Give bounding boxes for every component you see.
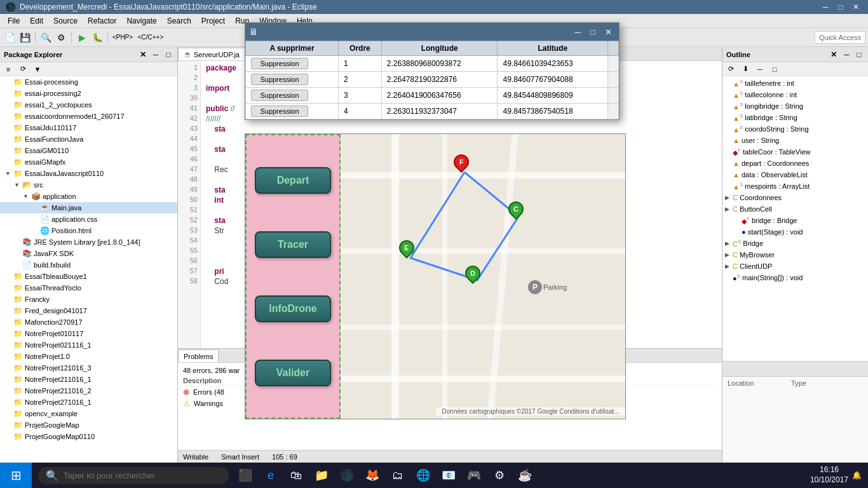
close-button[interactable]: ✕ <box>849 1 863 13</box>
tree-item-9[interactable]: ▼📂src <box>0 179 177 191</box>
menu-navigate[interactable]: Navigate <box>121 14 161 28</box>
suppression-btn-1[interactable]: Suppression <box>251 74 308 85</box>
menu-project[interactable]: Project <box>196 14 230 28</box>
pkg-toolbar-btn2[interactable]: ⟳ <box>16 62 30 76</box>
outline-item-10[interactable]: ▶CCoordonnees <box>722 192 868 203</box>
toolbar-cpp-btn[interactable]: <C/C++> <box>135 30 166 44</box>
outline-item-7[interactable]: ▲depart : Coordonnees <box>722 158 868 169</box>
outline-toolbar-btn2[interactable]: ⬇ <box>738 62 752 76</box>
dialog-maximize-btn[interactable]: □ <box>586 26 600 37</box>
outline-item-1[interactable]: ▲Staillecolonne : int <box>722 89 868 100</box>
depart-button[interactable]: Depart <box>255 167 331 194</box>
tree-item-2[interactable]: 📁essai1_2_yoctopuces <box>0 99 177 111</box>
outline-item-13[interactable]: ●start(Stage) : void <box>722 226 868 238</box>
toolbar-btn-3[interactable]: ⚙ <box>54 30 68 44</box>
tree-item-20[interactable]: 📁Fred_design041017 <box>0 305 177 316</box>
dialog-close-btn[interactable]: ✕ <box>601 26 615 37</box>
tree-item-11[interactable]: ☕Main.java <box>0 202 177 214</box>
tree-item-26[interactable]: 📁NotreProjet211016_1 <box>0 374 177 385</box>
dialog-minimize-btn[interactable]: ─ <box>571 26 585 37</box>
tree-item-13[interactable]: 🌐Position.html <box>0 225 177 236</box>
editor-tab-serverudp[interactable]: ☕ ServeurUDP.ja ✕ <box>178 48 255 60</box>
outline-item-14[interactable]: ▶CSBridge <box>722 238 868 249</box>
tree-item-0[interactable]: 📁Essai-processing <box>0 76 177 88</box>
tree-item-8[interactable]: ▼📁EssaiJavaJavascript0110 <box>0 168 177 179</box>
tree-item-5[interactable]: 📁EssaiFunctionJava <box>0 133 177 145</box>
tree-item-10[interactable]: ▼📦application <box>0 191 177 202</box>
tree-item-6[interactable]: 📁EssaiGM0110 <box>0 145 177 156</box>
app-icon-5[interactable]: ⚙ <box>489 465 510 485</box>
outline-close-icon[interactable]: ✕ <box>829 50 839 60</box>
tree-item-21[interactable]: 📁Mafonction270917 <box>0 316 177 328</box>
minimize-button[interactable]: ─ <box>818 1 832 13</box>
package-explorer-maximize-icon[interactable]: □ <box>163 50 173 60</box>
tree-item-27[interactable]: 📁NotreProjet211016_2 <box>0 385 177 396</box>
outline-item-11[interactable]: ▶CButtonCell <box>722 203 868 215</box>
package-explorer-close-icon[interactable]: ✕ <box>138 50 148 60</box>
toolbar-search-btn[interactable]: 🔍 <box>39 30 53 44</box>
app-icon-4[interactable]: 🎮 <box>464 465 484 485</box>
tree-item-22[interactable]: 📁NotreProjet010117 <box>0 328 177 339</box>
outline-item-9[interactable]: ▲Smespoints : ArrayList <box>722 180 868 192</box>
eclipse-taskbar-icon[interactable]: 🌑 <box>337 465 357 485</box>
app-icon-1[interactable]: 🗂 <box>388 465 408 485</box>
outline-item-3[interactable]: ▲Slatibridge : String <box>722 112 868 123</box>
outline-toolbar-btn4[interactable]: □ <box>768 62 782 76</box>
outline-item-12[interactable]: ◆Fbridge : Bridge <box>722 215 868 226</box>
toolbar-run-btn[interactable]: ▶ <box>75 30 89 44</box>
package-explorer-minimize-icon[interactable]: ─ <box>151 50 161 60</box>
task-view-icon[interactable]: ⬛ <box>235 465 255 485</box>
menu-file[interactable]: File <box>3 14 25 28</box>
firefox-icon[interactable]: 🦊 <box>362 465 383 485</box>
outline-item-8[interactable]: ▲data : ObservableList <box>722 169 868 180</box>
outline-item-5[interactable]: ▲user : String <box>722 135 868 146</box>
tree-item-4[interactable]: 📁EssaiJdu110117 <box>0 122 177 133</box>
tree-item-1[interactable]: 📁essai-processing2 <box>0 88 177 99</box>
outline-item-6[interactable]: ◆FtableCoor : TableView <box>722 146 868 158</box>
tree-item-7[interactable]: 📁essaiGMapfx <box>0 156 177 168</box>
tree-item-15[interactable]: 📚JavaFX SDK <box>0 248 177 259</box>
tree-item-16[interactable]: 📄build.fxbuild <box>0 259 177 271</box>
problems-tab[interactable]: Problems <box>178 349 219 362</box>
java-taskbar-icon[interactable]: ☕ <box>515 465 535 485</box>
toolbar-btn-2[interactable]: 💾 <box>18 30 32 44</box>
outline-item-15[interactable]: ▶CMyBrowser <box>722 249 868 261</box>
outline-item-0[interactable]: ▲Staillefenetre : int <box>722 78 868 89</box>
outline-item-4[interactable]: ▲ScoordoString : String <box>722 123 868 135</box>
pkg-toolbar-btn3[interactable]: ▼ <box>31 62 44 76</box>
menu-search[interactable]: Search <box>162 14 196 28</box>
tree-item-29[interactable]: 📁opencv_example <box>0 408 177 419</box>
notification-icon[interactable]: 🔔 <box>852 471 862 480</box>
menu-edit[interactable]: Edit <box>25 14 48 28</box>
outline-minimize-icon[interactable]: ─ <box>841 50 851 60</box>
tree-item-30[interactable]: 📁ProjetGoogleMap <box>0 419 177 431</box>
outline-item-2[interactable]: ▲Slongibridge : String <box>722 100 868 112</box>
taskbar-search[interactable]: 🔍 <box>38 467 229 484</box>
infodrone-button[interactable]: InfoDrone <box>255 295 331 322</box>
taskbar-search-input[interactable] <box>64 471 191 480</box>
outline-toolbar-btn3[interactable]: ─ <box>753 62 767 76</box>
outline-item-16[interactable]: ▶CClientUDP <box>722 261 868 272</box>
toolbar-debug-btn[interactable]: 🐛 <box>90 30 104 44</box>
app-icon-2[interactable]: 🌐 <box>413 465 433 485</box>
tree-item-12[interactable]: 📄application.css <box>0 214 177 225</box>
tree-item-14[interactable]: 📚JRE System Library [jre1.8.0_144] <box>0 236 177 248</box>
tree-item-17[interactable]: 📁EssaiTbleauBouye1 <box>0 271 177 282</box>
tree-item-24[interactable]: 📁NotreProjet1.0 <box>0 351 177 362</box>
app-icon-3[interactable]: 📧 <box>438 465 459 485</box>
tree-item-23[interactable]: 📁NotreProjet021116_1 <box>0 339 177 351</box>
tree-item-31[interactable]: 📁ProjetGoogleMap0110 <box>0 431 177 442</box>
tree-item-25[interactable]: 📁NotreProjet121016_3 <box>0 362 177 374</box>
outline-toolbar-btn1[interactable]: ⟳ <box>724 62 738 76</box>
edge-icon[interactable]: e <box>261 465 281 485</box>
suppression-btn-2[interactable]: Suppression <box>251 90 308 101</box>
maximize-button[interactable]: □ <box>834 1 848 13</box>
tree-item-28[interactable]: 📁NotreProjet271016_1 <box>0 396 177 408</box>
tree-item-19[interactable]: 📁Francky <box>0 294 177 305</box>
menu-source[interactable]: Source <box>48 14 83 28</box>
tracer-button[interactable]: Tracer <box>255 231 331 258</box>
store-icon[interactable]: 🛍 <box>286 465 306 485</box>
menu-refactor[interactable]: Refactor <box>83 14 121 28</box>
toolbar-php-btn[interactable]: <PHP> <box>111 30 134 44</box>
tree-item-3[interactable]: 📁essaicoordonnemodel1_260717 <box>0 111 177 122</box>
